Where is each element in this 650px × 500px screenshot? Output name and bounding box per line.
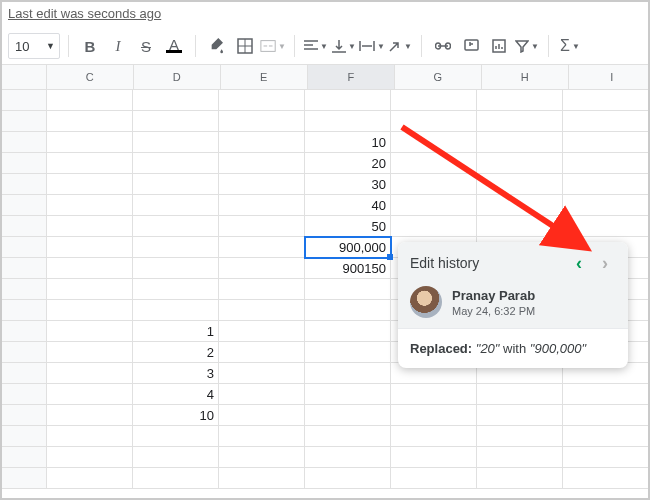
cell[interactable] <box>133 111 219 132</box>
cell[interactable] <box>305 447 391 468</box>
cell[interactable] <box>563 111 648 132</box>
cell[interactable]: 900150 <box>305 258 391 279</box>
cell[interactable] <box>47 174 133 195</box>
row-header[interactable] <box>2 363 47 384</box>
cell[interactable] <box>477 195 563 216</box>
cell[interactable] <box>305 363 391 384</box>
cell[interactable] <box>47 111 133 132</box>
cell[interactable] <box>305 300 391 321</box>
cell[interactable] <box>391 384 477 405</box>
row-header[interactable] <box>2 447 47 468</box>
column-header[interactable]: F <box>308 65 395 89</box>
filter-button[interactable]: ▼ <box>514 33 540 59</box>
column-header[interactable]: G <box>395 65 482 89</box>
cell[interactable] <box>133 258 219 279</box>
cell[interactable] <box>133 90 219 111</box>
cell[interactable] <box>219 195 305 216</box>
cell[interactable]: 40 <box>305 195 391 216</box>
link-button[interactable] <box>430 33 456 59</box>
cell[interactable] <box>47 363 133 384</box>
cell[interactable] <box>47 384 133 405</box>
cell[interactable] <box>219 342 305 363</box>
cell[interactable] <box>47 426 133 447</box>
merge-button[interactable]: ▼ <box>260 33 286 59</box>
valign-button[interactable]: ▼ <box>331 33 357 59</box>
cell[interactable] <box>133 174 219 195</box>
row-header[interactable] <box>2 468 47 489</box>
cell[interactable] <box>391 174 477 195</box>
cell[interactable] <box>563 195 648 216</box>
cell[interactable] <box>133 279 219 300</box>
cell[interactable] <box>219 384 305 405</box>
cell[interactable] <box>477 384 563 405</box>
cell[interactable] <box>305 384 391 405</box>
font-size-select[interactable]: 10 ▼ <box>8 33 60 59</box>
cell[interactable] <box>305 90 391 111</box>
cell[interactable]: 30 <box>305 174 391 195</box>
cell[interactable] <box>133 132 219 153</box>
cell[interactable] <box>47 195 133 216</box>
cell[interactable]: 1 <box>133 321 219 342</box>
cell[interactable] <box>305 405 391 426</box>
cell[interactable] <box>133 447 219 468</box>
cell[interactable] <box>477 447 563 468</box>
cell[interactable] <box>563 405 648 426</box>
cell[interactable] <box>391 468 477 489</box>
cell[interactable] <box>133 468 219 489</box>
cell[interactable] <box>391 153 477 174</box>
cell[interactable] <box>563 216 648 237</box>
prev-edit-button[interactable]: ‹ <box>568 252 590 274</box>
cell[interactable] <box>477 216 563 237</box>
cell[interactable]: 2 <box>133 342 219 363</box>
cell[interactable] <box>563 90 648 111</box>
row-header[interactable] <box>2 342 47 363</box>
cell[interactable] <box>47 342 133 363</box>
cell[interactable] <box>305 111 391 132</box>
column-header[interactable]: H <box>482 65 569 89</box>
cell[interactable] <box>477 111 563 132</box>
row-header[interactable] <box>2 153 47 174</box>
cell[interactable] <box>477 426 563 447</box>
cell[interactable] <box>563 384 648 405</box>
cell[interactable] <box>391 405 477 426</box>
cell[interactable] <box>47 279 133 300</box>
cell[interactable] <box>133 300 219 321</box>
column-header[interactable]: I <box>569 65 650 89</box>
cell[interactable] <box>305 426 391 447</box>
cell[interactable] <box>47 405 133 426</box>
cell[interactable] <box>477 132 563 153</box>
cell[interactable] <box>219 363 305 384</box>
row-header[interactable] <box>2 90 47 111</box>
row-header[interactable] <box>2 216 47 237</box>
cell[interactable] <box>305 321 391 342</box>
next-edit-button[interactable]: › <box>594 252 616 274</box>
cell[interactable] <box>47 237 133 258</box>
wrap-button[interactable]: ▼ <box>359 33 385 59</box>
cell[interactable] <box>563 132 648 153</box>
cell[interactable] <box>391 447 477 468</box>
cell[interactable] <box>47 132 133 153</box>
cell[interactable] <box>391 132 477 153</box>
cell[interactable] <box>563 153 648 174</box>
column-header[interactable]: E <box>221 65 308 89</box>
cell[interactable]: 10 <box>305 132 391 153</box>
cell[interactable] <box>563 447 648 468</box>
row-header[interactable] <box>2 321 47 342</box>
cell[interactable] <box>391 216 477 237</box>
row-header[interactable] <box>2 237 47 258</box>
cell[interactable] <box>219 258 305 279</box>
cell[interactable] <box>477 468 563 489</box>
cell[interactable] <box>133 426 219 447</box>
cell[interactable] <box>563 468 648 489</box>
cell[interactable] <box>563 174 648 195</box>
chart-button[interactable] <box>486 33 512 59</box>
cell[interactable] <box>219 216 305 237</box>
row-header[interactable] <box>2 132 47 153</box>
strike-button[interactable]: S <box>133 33 159 59</box>
cell[interactable] <box>219 132 305 153</box>
cell[interactable] <box>391 90 477 111</box>
cell[interactable] <box>133 153 219 174</box>
cell[interactable] <box>219 405 305 426</box>
cell[interactable] <box>305 279 391 300</box>
row-header[interactable] <box>2 258 47 279</box>
